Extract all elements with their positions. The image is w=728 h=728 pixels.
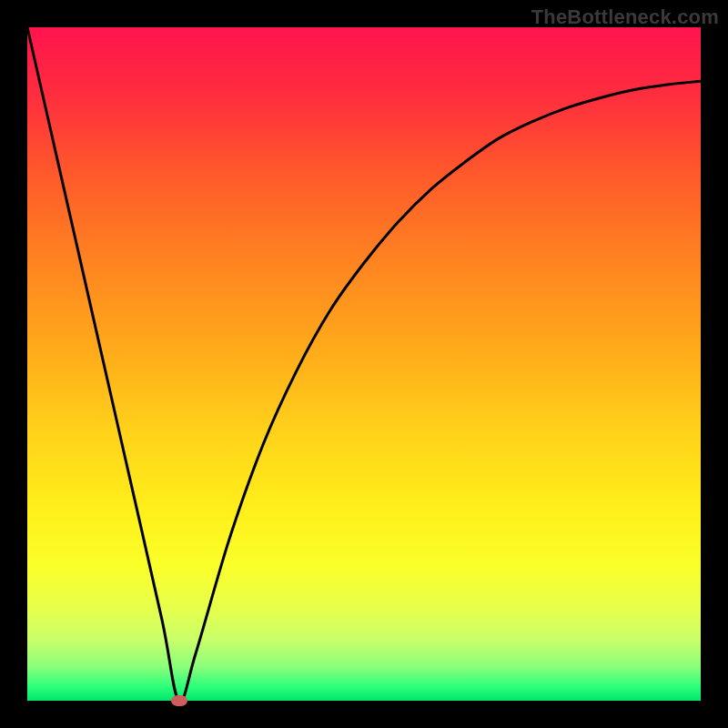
- chart-frame: TheBottleneck.com: [0, 0, 728, 728]
- bottleneck-curve: [27, 27, 701, 701]
- watermark-text: TheBottleneck.com: [531, 5, 719, 29]
- plot-area: [27, 27, 701, 701]
- optimum-marker: [171, 695, 187, 706]
